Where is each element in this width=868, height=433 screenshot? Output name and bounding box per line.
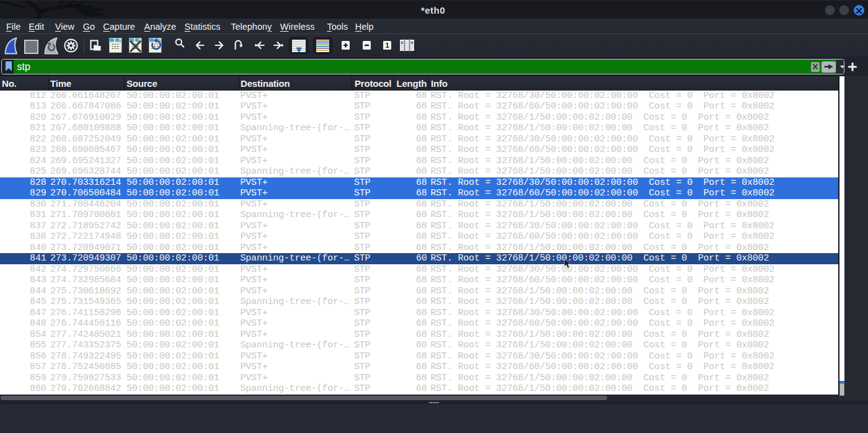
svg-text:1: 1 [385,42,389,49]
